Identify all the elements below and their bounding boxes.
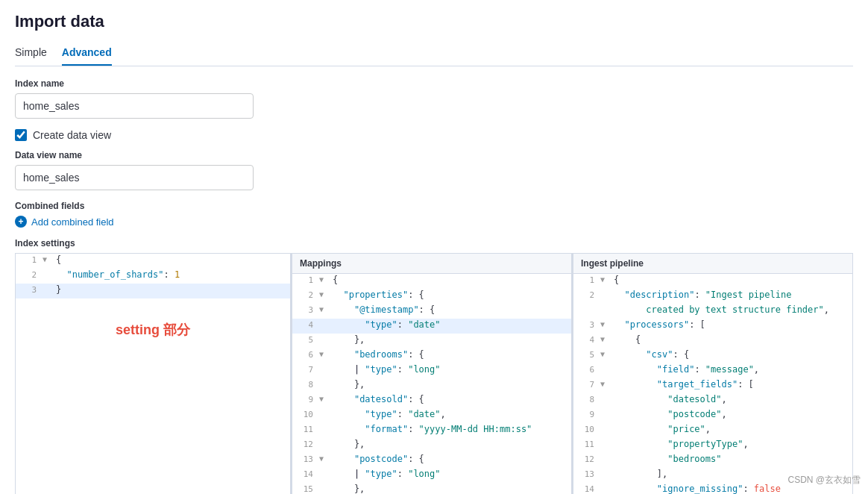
code-line: 8 "datesold", bbox=[573, 393, 852, 408]
code-line: created by text structure finder", bbox=[573, 304, 852, 319]
code-line: 7 | "type": "long" bbox=[292, 363, 571, 378]
code-line: 3 } bbox=[16, 284, 290, 298]
create-data-view-label: Create data view bbox=[33, 129, 111, 141]
mappings-panel: Mappings 1▼{ 2▼ "properties": { 3▼ "@tim… bbox=[292, 253, 572, 494]
code-line: 1▼{ bbox=[573, 274, 852, 289]
code-line: 7▼ "target_fields": [ bbox=[573, 378, 852, 393]
plus-icon: + bbox=[15, 216, 27, 228]
create-data-view-checkbox[interactable] bbox=[15, 129, 27, 141]
code-line: 9 "postcode", bbox=[573, 408, 852, 423]
index-settings-code[interactable]: 1 ▼ { 2 "number_of_shards": 1 3 } bbox=[16, 254, 290, 298]
code-line: 4 "type": "date" bbox=[292, 319, 571, 334]
code-line: 14 | "type": "long" bbox=[292, 468, 571, 483]
mappings-code[interactable]: 1▼{ 2▼ "properties": { 3▼ "@timestamp": … bbox=[292, 274, 571, 494]
watermark: CSDN @玄衣如雪 bbox=[787, 474, 861, 487]
add-combined-field-label: Add combined field bbox=[31, 216, 114, 228]
code-line: 3▼ "processors": [ bbox=[573, 319, 852, 334]
add-combined-field-button[interactable]: + Add combined field bbox=[15, 216, 853, 228]
code-line: 11 "format": "yyyy-MM-dd HH:mm:ss" bbox=[292, 423, 571, 438]
code-line: 6▼ "bedrooms": { bbox=[292, 348, 571, 363]
code-panels: 1 ▼ { 2 "number_of_shards": 1 3 } settin… bbox=[15, 253, 853, 494]
code-line: 10 "type": "date", bbox=[292, 408, 571, 423]
code-line: 8 }, bbox=[292, 378, 571, 393]
code-line: 10 "price", bbox=[573, 423, 852, 438]
ingest-pipeline-header: Ingest pipeline bbox=[573, 254, 852, 274]
tab-bar: Simple Advanced bbox=[15, 40, 853, 66]
data-view-name-label: Data view name bbox=[15, 150, 853, 160]
index-name-label: Index name bbox=[15, 78, 853, 89]
code-line: 2 "description": "Ingest pipeline bbox=[573, 289, 852, 304]
data-view-name-input[interactable] bbox=[15, 165, 254, 190]
code-line: 12 }, bbox=[292, 438, 571, 453]
code-line: 11 "propertyType", bbox=[573, 438, 852, 453]
setting-annotation: setting 部分 bbox=[16, 298, 290, 361]
code-line: 5 }, bbox=[292, 334, 571, 348]
code-line: 1 ▼ { bbox=[16, 254, 290, 269]
create-data-view-row: Create data view bbox=[15, 129, 853, 141]
code-line: 15 }, bbox=[292, 483, 571, 494]
code-line: 4▼ { bbox=[573, 334, 852, 348]
index-settings-label: Index settings bbox=[15, 238, 853, 248]
index-name-section: Index name bbox=[15, 78, 853, 119]
code-line: 9▼ "datesold": { bbox=[292, 393, 571, 408]
tab-simple[interactable]: Simple bbox=[15, 40, 47, 66]
ingest-pipeline-code[interactable]: 1▼{ 2 "description": "Ingest pipeline cr… bbox=[573, 274, 852, 494]
index-settings-panel: 1 ▼ { 2 "number_of_shards": 1 3 } settin… bbox=[15, 253, 291, 494]
code-line: 1▼{ bbox=[292, 274, 571, 289]
ingest-pipeline-panel: Ingest pipeline 1▼{ 2 "description": "In… bbox=[573, 253, 853, 494]
page-title: Import data bbox=[15, 12, 853, 31]
code-line: 2▼ "properties": { bbox=[292, 289, 571, 304]
mappings-header: Mappings bbox=[292, 254, 571, 274]
code-line: 13▼ "postcode": { bbox=[292, 453, 571, 468]
code-line: 12 "bedrooms" bbox=[573, 453, 852, 468]
code-line: 2 "number_of_shards": 1 bbox=[16, 269, 290, 284]
data-view-name-section: Data view name bbox=[15, 150, 853, 190]
tab-advanced[interactable]: Advanced bbox=[62, 40, 112, 66]
code-line: 5▼ "csv": { bbox=[573, 348, 852, 363]
combined-fields-header: Combined fields bbox=[15, 201, 853, 211]
code-line: 6 "field": "message", bbox=[573, 363, 852, 378]
code-line: 3▼ "@timestamp": { bbox=[292, 304, 571, 319]
index-name-input[interactable] bbox=[15, 93, 254, 119]
